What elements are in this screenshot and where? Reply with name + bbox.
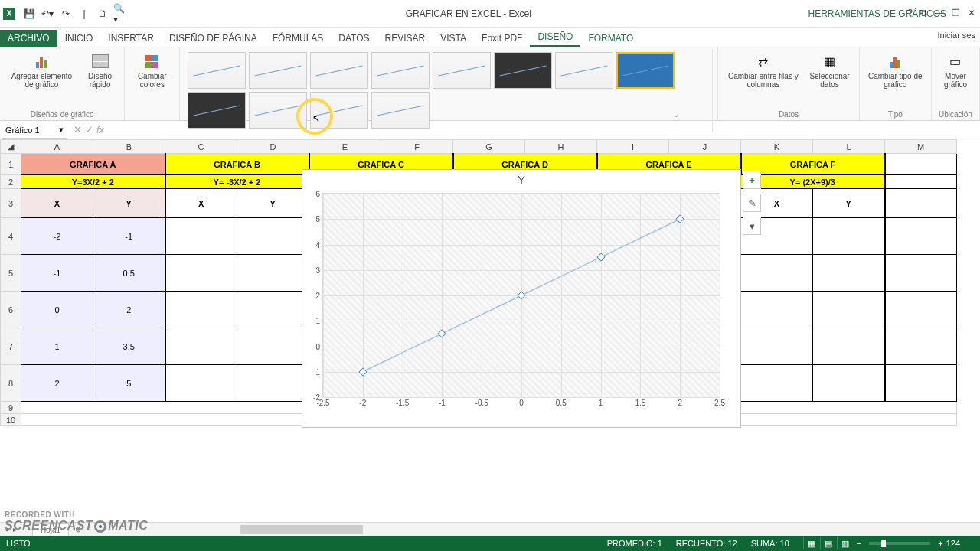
cell[interactable]: 1 [21,328,93,365]
view-normal-icon[interactable]: ▦ [803,537,820,549]
cell[interactable]: 2 [21,365,93,402]
cell[interactable] [237,255,309,292]
cell[interactable] [885,365,957,402]
cell[interactable] [813,292,885,328]
tab-datos[interactable]: DATOS [331,30,377,47]
cell[interactable] [237,218,309,255]
cell[interactable] [741,255,813,292]
cell[interactable]: 5 [93,365,165,402]
help-icon[interactable]: ? [907,8,913,18]
preview-icon[interactable]: 🔍▾ [113,6,129,21]
cell[interactable]: X [165,189,237,218]
cell[interactable]: -2 [21,218,93,255]
gallery-expand-icon[interactable]: ⌄ [673,110,679,119]
cell[interactable] [885,175,957,189]
row-header[interactable]: 1 [1,154,21,175]
row-header[interactable]: 10 [1,414,21,426]
col-header[interactable]: H [525,140,597,154]
enter-icon[interactable]: ✓ [85,124,93,135]
tab-diseno-pagina[interactable]: DISEÑO DE PÁGINA [162,30,265,47]
tab-diseno[interactable]: DISEÑO [530,28,580,47]
chart-styles-button[interactable]: ✎ [743,194,761,212]
switch-row-column-button[interactable]: ⇄ Cambiar entre filas y columnas [723,49,803,90]
tab-inicio[interactable]: INICIO [57,30,101,47]
cell[interactable] [813,255,885,292]
cell[interactable] [741,292,813,328]
ribbon-display-icon[interactable]: ⧉ [920,8,927,18]
col-header[interactable]: F [381,140,453,154]
fx-icon[interactable]: fx [96,124,104,135]
new-icon[interactable]: 🗋 [95,6,110,21]
zoom-out-icon[interactable]: − [857,539,861,548]
col-header[interactable]: B [93,140,165,154]
cell[interactable]: Y= -3X/2 + 2 [165,175,309,189]
chart-style-7[interactable] [555,52,613,89]
row-header[interactable]: 5 [1,255,21,292]
close-icon[interactable]: ✕ [968,8,975,18]
cell[interactable] [885,218,957,255]
quick-layout-button[interactable]: Diseño rápido [80,49,119,90]
cell[interactable] [885,154,957,175]
embedded-chart[interactable]: Y -2-10123456-2.5-2-1.5-1-0.500.511.522.… [302,169,741,428]
tab-file[interactable]: ARCHIVO [0,30,57,47]
cell[interactable]: -1 [21,255,93,292]
row-header[interactable]: 2 [1,175,21,189]
cell[interactable] [237,292,309,328]
cell[interactable]: X [21,189,93,218]
cell[interactable] [885,292,957,328]
cell[interactable] [237,328,309,365]
row-header[interactable]: 9 [1,402,21,414]
col-header[interactable]: E [309,140,381,154]
change-chart-type-button[interactable]: Cambiar tipo de gráfico [864,49,926,90]
cell[interactable] [813,328,885,365]
select-all-corner[interactable]: ◢ [1,140,21,154]
cell[interactable]: 0 [21,292,93,328]
worksheet-grid[interactable]: ◢ A B C D E F G H I J K L M 1 GRAFICA A … [0,139,980,522]
move-chart-button[interactable]: ▭ Mover gráfico [936,49,975,90]
change-colors-button[interactable]: Cambiar colores [129,49,175,90]
cancel-icon[interactable]: ✕ [74,124,82,135]
chart-style-6[interactable] [494,52,552,89]
tab-revisar[interactable]: REVISAR [377,30,433,47]
chart-style-5[interactable] [433,52,491,89]
cell[interactable]: 0.5 [93,255,165,292]
row-header[interactable]: 3 [1,189,21,218]
zoom-level[interactable]: 124 [946,539,960,548]
chevron-down-icon[interactable]: ▾ [59,125,64,135]
cell[interactable]: Y= (2X+9)/3 [741,175,885,189]
horizontal-scrollbar[interactable] [240,524,980,535]
view-pagebreak-icon[interactable]: ▥ [837,537,854,549]
save-icon[interactable]: 💾 [21,6,37,21]
row-header[interactable]: 7 [1,328,21,365]
cell[interactable]: Y [237,189,309,218]
undo-icon[interactable]: ↶▾ [40,6,55,21]
col-header[interactable]: M [885,140,957,154]
tab-formulas[interactable]: FÓRMULAS [265,30,332,47]
chart-style-1[interactable] [188,52,246,89]
row-header[interactable]: 8 [1,365,21,402]
cell[interactable] [813,365,885,402]
cell[interactable] [165,365,237,402]
chart-style-4[interactable] [371,52,430,89]
col-header[interactable]: A [21,140,93,154]
chart-filters-button[interactable]: ▾ [743,217,761,235]
cell[interactable] [885,189,957,218]
chart-style-3[interactable] [310,52,368,89]
sign-in-link[interactable]: Iniciar ses [937,31,975,40]
chart-styles-gallery[interactable] [185,49,713,132]
chart-style-10[interactable] [249,92,307,129]
add-chart-element-button[interactable]: Agregar elemento de gráfico [5,49,79,90]
col-header[interactable]: J [669,140,741,154]
cell[interactable]: GRAFICA F [741,154,885,175]
chart-style-2[interactable] [249,52,307,89]
cell[interactable]: 3.5 [93,328,165,365]
tab-formato[interactable]: FORMATO [580,30,641,47]
cell[interactable] [165,292,237,328]
cell[interactable] [237,365,309,402]
select-data-button[interactable]: ▦ Seleccionar datos [805,49,854,90]
cell[interactable] [885,328,957,365]
maximize-icon[interactable]: ❐ [952,8,960,18]
col-header[interactable]: D [237,140,309,154]
redo-icon[interactable]: ↷ [58,6,74,21]
cell[interactable]: 2 [93,292,165,328]
